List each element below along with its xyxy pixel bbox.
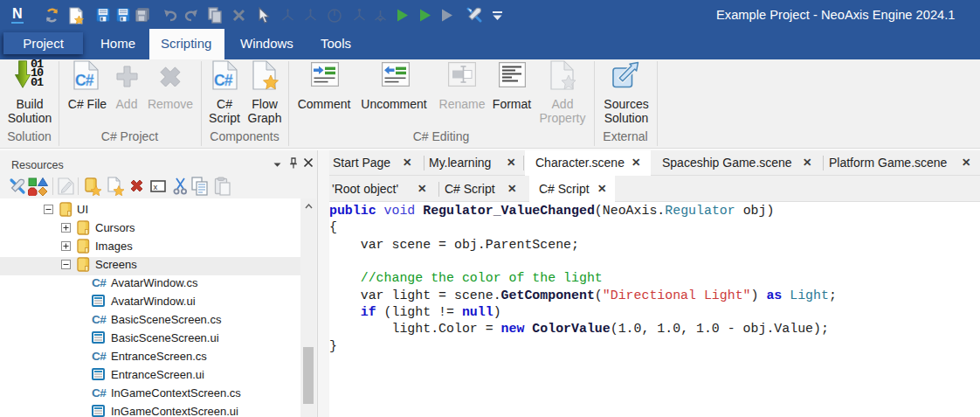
- svg-text:x: x: [153, 182, 157, 191]
- svg-text:C#: C#: [75, 72, 94, 89]
- svg-text:C#: C#: [214, 72, 233, 89]
